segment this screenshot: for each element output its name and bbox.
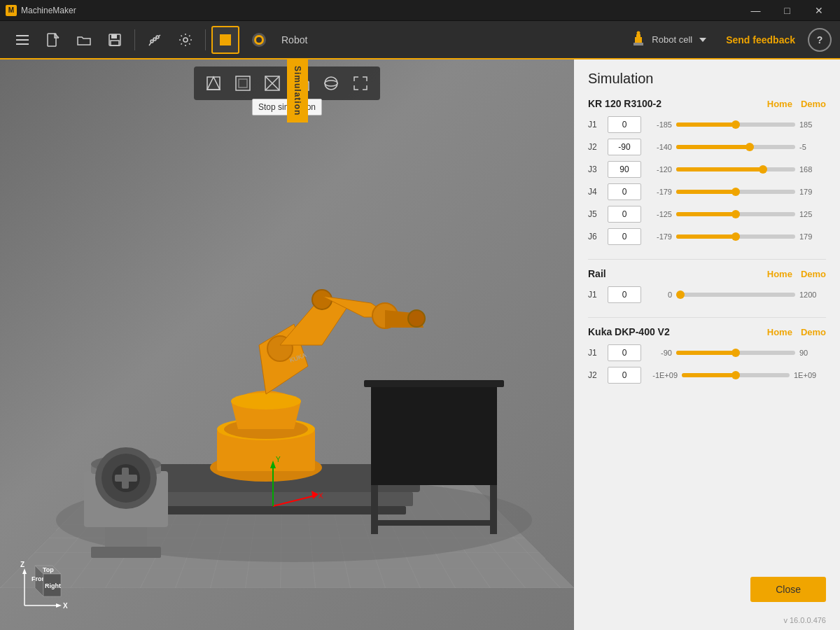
simulation-tab[interactable]: Simulation — [287, 59, 308, 122]
kr120-j2-slider[interactable] — [676, 145, 795, 149]
svg-rect-51 — [122, 468, 129, 489]
kr120-j5-row: J5 -125 125 — [588, 206, 826, 223]
svg-rect-42 — [490, 485, 497, 534]
robot-cell-label: Robot cell — [652, 34, 692, 45]
maximize-button[interactable]: □ — [771, 0, 803, 21]
toolbar: Robot Robot cell Send feedback ? — [0, 21, 840, 59]
device-name-rail: Rail — [588, 268, 606, 279]
svg-marker-63 — [56, 603, 62, 608]
rail-j1-slider[interactable] — [676, 293, 795, 297]
kr120-j3-slider[interactable] — [676, 167, 795, 172]
svg-rect-53 — [91, 547, 161, 558]
svg-point-10 — [183, 38, 188, 42]
kr120-j2-input[interactable] — [608, 139, 641, 155]
kr120-demo-button[interactable]: Demo — [801, 99, 826, 109]
kr120-j1-row: J1 -185 185 — [588, 116, 826, 133]
kr120-j3-input[interactable] — [608, 161, 641, 178]
svg-rect-43 — [371, 520, 497, 526]
menu-button[interactable] — [8, 26, 36, 54]
svg-marker-62 — [22, 568, 27, 574]
svg-rect-40 — [371, 387, 497, 485]
svg-rect-16 — [636, 34, 640, 38]
stop-simulation-button[interactable] — [211, 26, 239, 54]
kr120-home-button[interactable]: Home — [767, 99, 792, 109]
dkp-j2-input[interactable] — [608, 367, 641, 384]
svg-rect-18 — [634, 43, 643, 46]
kr120-j5-input[interactable] — [608, 206, 641, 223]
orbit-button[interactable] — [318, 71, 344, 96]
dkp-j2-slider[interactable] — [682, 373, 790, 377]
svg-point-8 — [153, 38, 156, 41]
minimize-button[interactable]: — — [740, 0, 771, 21]
close-button-container: Close — [574, 566, 840, 613]
svg-point-7 — [150, 40, 153, 43]
settings-button[interactable] — [172, 26, 200, 54]
kr120-j4-input[interactable] — [608, 183, 641, 200]
app-icon: M — [6, 5, 17, 16]
svg-rect-20 — [239, 79, 247, 88]
new-file-button[interactable] — [39, 26, 67, 54]
viewport[interactable]: Stop simulation — [0, 59, 574, 630]
dkp-j1-slider[interactable] — [676, 351, 795, 355]
rail-home-button[interactable]: Home — [767, 269, 792, 279]
robot-cell-button[interactable]: Robot cell — [622, 26, 713, 53]
dkp-j2-row: J2 -1E+09 1E+09 — [588, 367, 826, 384]
svg-point-23 — [325, 77, 337, 90]
rail-demo-button[interactable]: Demo — [801, 269, 826, 279]
kr120-j4-row: J4 -179 179 — [588, 183, 826, 200]
svg-rect-5 — [111, 34, 117, 38]
svg-text:Y: Y — [276, 456, 281, 463]
front-view-button[interactable] — [230, 71, 255, 96]
logo-button[interactable] — [245, 26, 273, 54]
dkp-home-button[interactable]: Home — [767, 327, 792, 337]
device-name-kr120: KR 120 R3100-2 — [588, 98, 662, 109]
fit-all-button[interactable] — [348, 71, 373, 96]
rail-j1-row: J1 0 1200 — [588, 286, 826, 303]
simulation-title: Simulation — [588, 71, 826, 87]
separator-2 — [205, 29, 206, 50]
svg-rect-28 — [154, 506, 406, 514]
svg-point-17 — [637, 31, 640, 35]
side-view-button[interactable] — [260, 71, 285, 96]
close-window-button[interactable]: ✕ — [803, 0, 834, 21]
open-file-button[interactable] — [70, 26, 98, 54]
device-section-kr120: KR 120 R3100-2 Home Demo J1 -185 185 — [588, 98, 826, 245]
svg-point-9 — [156, 36, 159, 38]
svg-text:Right: Right — [45, 582, 61, 589]
app-title: MachineMaker — [21, 6, 736, 15]
svg-rect-6 — [111, 41, 119, 46]
kr120-j6-input[interactable] — [608, 228, 641, 245]
help-button[interactable]: ? — [808, 28, 832, 52]
send-feedback-button[interactable]: Send feedback — [719, 30, 802, 50]
dkp-j1-row: J1 -90 90 — [588, 344, 826, 361]
kr120-j5-slider[interactable] — [676, 212, 795, 216]
close-button[interactable]: Close — [750, 577, 826, 602]
robot-arm-button[interactable] — [141, 26, 169, 54]
svg-rect-39 — [364, 380, 504, 387]
kr120-j6-slider[interactable] — [676, 234, 795, 239]
perspective-view-button[interactable] — [201, 71, 226, 96]
titlebar: M MachineMaker — □ ✕ — [0, 0, 840, 21]
svg-text:X: X — [318, 492, 323, 500]
rail-j1-input[interactable] — [608, 286, 641, 303]
svg-point-37 — [408, 310, 425, 327]
x-axis-label: X — [63, 602, 68, 610]
svg-point-14 — [256, 37, 262, 43]
svg-rect-52 — [105, 527, 147, 548]
robot-scene: KUKA — [14, 102, 574, 630]
kr120-j1-input[interactable] — [608, 116, 641, 133]
device-name-dkp: Kuka DKP-400 V2 — [588, 326, 670, 337]
kr120-j1-slider[interactable] — [676, 122, 795, 127]
dkp-demo-button[interactable]: Demo — [801, 327, 826, 337]
kr120-j4-slider[interactable] — [676, 190, 795, 194]
z-axis-label: Z — [20, 561, 24, 568]
robot-svg: KUKA — [28, 163, 560, 569]
kr120-j3-row: J3 -120 168 — [588, 161, 826, 178]
robot-tab-label: Robot — [281, 34, 307, 46]
dkp-j1-input[interactable] — [608, 344, 641, 361]
save-button[interactable] — [101, 26, 129, 54]
svg-rect-19 — [236, 76, 250, 90]
svg-rect-41 — [371, 485, 378, 534]
device-section-dkp: Kuka DKP-400 V2 Home Demo J1 -90 90 — [588, 326, 826, 384]
svg-rect-1 — [16, 39, 29, 41]
